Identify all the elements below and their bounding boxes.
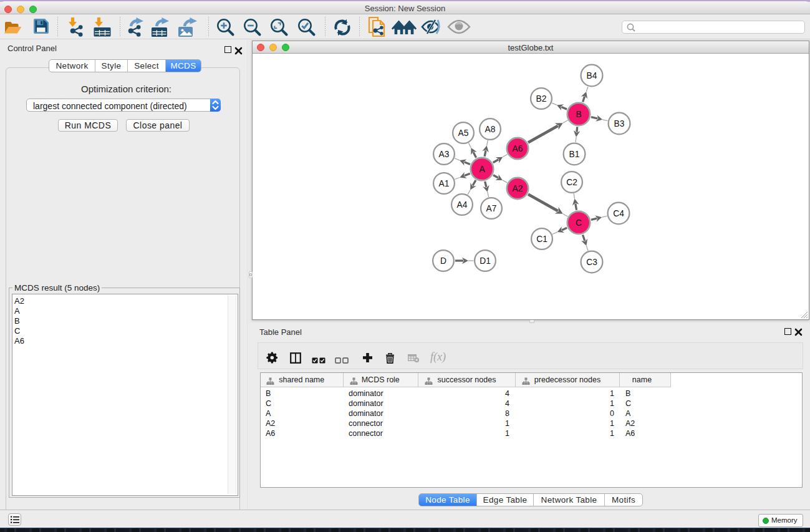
- svg-text:B1: B1: [569, 150, 580, 159]
- svg-text:A8: A8: [485, 125, 496, 134]
- svg-text:A5: A5: [458, 128, 469, 138]
- svg-text:C4: C4: [613, 209, 624, 218]
- svg-text:A2: A2: [513, 184, 523, 193]
- svg-text:B4: B4: [587, 71, 597, 80]
- svg-text:D: D: [440, 256, 446, 266]
- svg-text:A: A: [479, 165, 485, 174]
- svg-text:A4: A4: [457, 200, 468, 210]
- svg-text:C: C: [576, 218, 582, 228]
- svg-text:A7: A7: [486, 204, 497, 213]
- svg-text:C1: C1: [536, 235, 547, 244]
- svg-text:D1: D1: [480, 256, 491, 266]
- svg-text:C3: C3: [586, 258, 597, 267]
- svg-text:A1: A1: [439, 179, 450, 188]
- svg-text:A3: A3: [439, 150, 450, 159]
- svg-text:C2: C2: [566, 178, 577, 187]
- svg-text:B3: B3: [614, 119, 625, 128]
- svg-text:B: B: [576, 110, 581, 119]
- svg-text:B2: B2: [536, 94, 547, 104]
- svg-text:A6: A6: [513, 144, 523, 153]
